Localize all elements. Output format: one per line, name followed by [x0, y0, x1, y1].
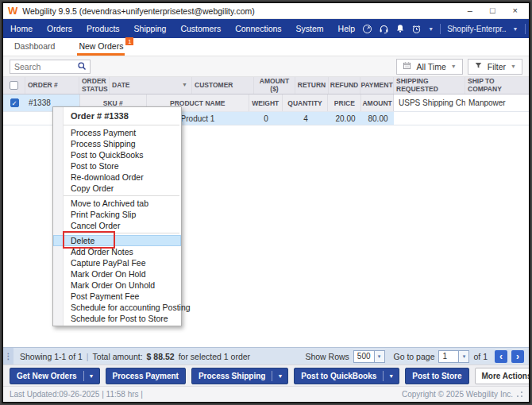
- gauge-icon[interactable]: [362, 24, 372, 34]
- store-dropdown-caret-icon[interactable]: ▼: [513, 26, 519, 32]
- process-shipping-caret-icon[interactable]: ▼: [272, 373, 287, 379]
- get-new-orders-caret-icon[interactable]: ▼: [84, 373, 99, 379]
- row-checkbox-cell: ✓: [3, 94, 25, 111]
- headset-icon[interactable]: [379, 24, 389, 34]
- order-context-menu: Order # #1338 Process Payment Process Sh…: [52, 106, 182, 326]
- total-amount-label: Total amount:: [93, 352, 143, 361]
- nav-item-home[interactable]: Home: [3, 19, 40, 38]
- column-header-order-status[interactable]: ORDER STATUS: [79, 77, 110, 94]
- bell-icon[interactable]: [395, 24, 405, 33]
- post-to-quickbooks-button[interactable]: Post to QuickBooks▼: [294, 368, 399, 384]
- copyright-text: Copyright © 2025 Webgility Inc.: [402, 390, 513, 399]
- filter-dropdown[interactable]: Filter ▼: [468, 59, 522, 75]
- ship-to-company-cell: Manpower: [465, 94, 529, 111]
- tab-new-orders[interactable]: New Orders1: [77, 38, 125, 56]
- context-menu-title: Order # #1338: [53, 109, 181, 123]
- post-to-store-label: Post to Store: [406, 372, 468, 380]
- total-amount-value: $ 88.52: [147, 352, 175, 361]
- store-selector[interactable]: Shopify-Enterpr..: [447, 25, 506, 33]
- process-payment-button[interactable]: Process Payment: [106, 368, 186, 384]
- process-shipping-button[interactable]: Process Shipping▼: [191, 368, 288, 384]
- tab-new-orders-label: New Orders: [79, 41, 123, 51]
- menu-item-print-packing-slip[interactable]: Print Packing Slip: [53, 209, 181, 220]
- menu-item-copy-order[interactable]: Copy Order: [53, 183, 181, 194]
- process-payment-label: Process Payment: [106, 372, 185, 380]
- menu-item-mark-order-on-unhold[interactable]: Mark Order On Unhold: [53, 280, 181, 291]
- menu-item-cancel-order[interactable]: Cancel Order: [53, 220, 181, 231]
- calendar-icon: [403, 61, 411, 71]
- filter-caret-icon: ▼: [511, 64, 516, 69]
- alarm-clock-icon[interactable]: [411, 24, 422, 34]
- minimize-button[interactable]: –: [468, 6, 472, 15]
- resize-grip-icon[interactable]: [517, 392, 522, 397]
- column-header-return[interactable]: RETURN: [295, 77, 329, 94]
- menu-item-capture-paypal-fee[interactable]: Capture PayPal Fee: [53, 257, 181, 268]
- window-title: Webgility 9.9.5 (devendras+unifyenterpri…: [22, 6, 254, 16]
- row-checkbox[interactable]: ✓: [10, 98, 19, 107]
- nav-item-products[interactable]: Products: [79, 19, 126, 38]
- post-to-store-button[interactable]: Post to Store: [405, 368, 468, 384]
- column-header-ship-to-company[interactable]: SHIP TO COMPANY: [465, 77, 529, 94]
- go-to-page-select[interactable]: 1 ▾: [438, 350, 469, 363]
- page-caret-icon: ▾: [458, 351, 468, 362]
- nav-item-system[interactable]: System: [289, 19, 331, 38]
- get-new-orders-label: Get New Orders: [10, 372, 83, 380]
- drag-handle-icon[interactable]: ⋮: [3, 348, 13, 364]
- menu-item-add-order-notes[interactable]: Add Order Notes: [53, 246, 181, 257]
- column-header-payment[interactable]: PAYMENT: [360, 77, 394, 94]
- close-button[interactable]: ×: [513, 6, 518, 15]
- main-nav: Home Orders Products Shipping Customers …: [3, 19, 529, 38]
- filter-label: Filter: [488, 62, 506, 71]
- process-shipping-label: Process Shipping: [192, 372, 272, 380]
- nav-item-shipping[interactable]: Shipping: [127, 19, 174, 38]
- tab-bar: Dashboard New Orders1: [3, 38, 529, 56]
- column-header-date[interactable]: DATE▼: [110, 77, 192, 94]
- toolbar-filters: All Time ▼ Filter ▼: [396, 59, 522, 75]
- select-all-checkbox[interactable]: [10, 81, 18, 90]
- title-bar: W Webgility 9.9.5 (devendras+unifyenterp…: [3, 3, 529, 19]
- subcolumn-amount: AMOUNT: [361, 94, 393, 111]
- get-new-orders-button[interactable]: Get New Orders▼: [10, 368, 100, 384]
- search-icon[interactable]: [77, 60, 87, 74]
- menu-item-process-payment[interactable]: Process Payment: [53, 127, 181, 138]
- menu-item-delete[interactable]: Delete: [53, 235, 181, 246]
- footer-bar: Last Updated:09-26-2025 | 11:58 hrs | Co…: [3, 386, 529, 402]
- menu-item-move-to-archived[interactable]: Move to Archived tab: [53, 198, 181, 209]
- menu-item-post-to-quickbooks[interactable]: Post to QuickBooks: [53, 149, 181, 160]
- next-page-button[interactable]: ›: [511, 350, 524, 363]
- menu-item-mark-order-on-hold[interactable]: Mark Order On Hold: [53, 268, 181, 280]
- menu-item-process-shipping[interactable]: Process Shipping: [53, 138, 181, 149]
- pagination-controls: Show Rows 500 ▾ Go to page 1 ▾ of 1 ‹ ›: [305, 350, 529, 363]
- menu-item-post-payment-fee[interactable]: Post Payment Fee: [53, 291, 181, 302]
- maximize-button[interactable]: □: [490, 6, 495, 15]
- date-header-label: DATE: [112, 82, 130, 90]
- post-to-quickbooks-caret-icon[interactable]: ▼: [384, 373, 399, 379]
- menu-item-schedule-accounting-posting[interactable]: Schedule for accounting Posting: [53, 302, 181, 313]
- show-rows-select[interactable]: 500 ▾: [353, 350, 385, 363]
- column-header-refund[interactable]: REFUND: [329, 77, 360, 94]
- tab-dashboard[interactable]: Dashboard: [13, 38, 56, 56]
- previous-page-button[interactable]: ‹: [495, 350, 507, 363]
- nav-item-connections[interactable]: Connections: [228, 19, 288, 38]
- status-bar: ⋮ Showing 1-1 of 1 | Total amount: $ 88.…: [3, 347, 529, 364]
- item-weight-cell: 0: [249, 112, 283, 125]
- nav-item-customers[interactable]: Customers: [173, 19, 228, 38]
- menu-item-redownload-order[interactable]: Re-download Order: [53, 172, 181, 183]
- date-range-dropdown[interactable]: All Time ▼: [396, 59, 462, 75]
- menu-item-schedule-post-to-store[interactable]: Schedule for Post to Store: [53, 313, 181, 324]
- column-header-customer[interactable]: CUSTOMER: [192, 77, 254, 94]
- search-input[interactable]: [10, 62, 77, 71]
- sort-descending-icon: ▼: [182, 82, 189, 88]
- alarm-dropdown-caret-icon[interactable]: ▼: [428, 26, 434, 32]
- column-header-amount[interactable]: AMOUNT ($): [254, 77, 295, 94]
- post-to-quickbooks-label: Post to QuickBooks: [295, 372, 383, 380]
- more-actions-button[interactable]: More Actions: [475, 368, 530, 384]
- column-header-order-number[interactable]: ORDER #: [25, 77, 79, 94]
- column-header-shipping-requested[interactable]: SHIPPING REQUESTED: [394, 77, 465, 94]
- nav-item-orders[interactable]: Orders: [40, 19, 79, 38]
- nav-items: Home Orders Products Shipping Customers …: [3, 19, 362, 38]
- last-updated-text: Last Updated:09-26-2025 | 11:58 hrs |: [10, 390, 143, 399]
- nav-item-help[interactable]: Help: [331, 19, 363, 38]
- menu-separator: [64, 195, 179, 196]
- menu-item-post-to-store[interactable]: Post to Store: [53, 160, 181, 172]
